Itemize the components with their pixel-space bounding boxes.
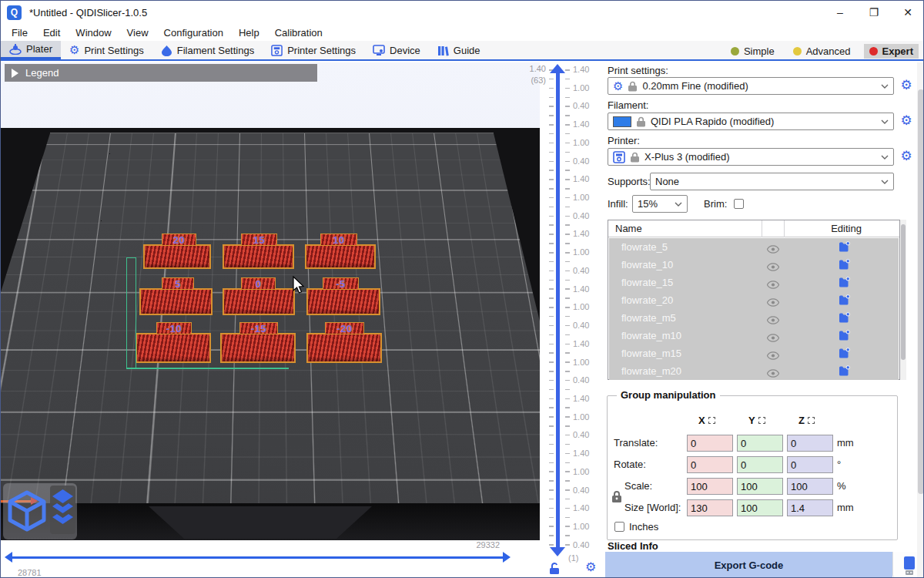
infill-combo[interactable]: 15%	[632, 195, 688, 213]
slider-left-thumb[interactable]	[5, 552, 12, 563]
gm-input-3-y[interactable]	[737, 499, 783, 516]
preview-view-button[interactable]	[50, 486, 75, 534]
printer-combo[interactable]: X-Plus 3 (modified)	[608, 148, 894, 166]
uniform-scale-lock-icon[interactable]	[611, 490, 622, 506]
slider-right-thumb[interactable]	[503, 552, 511, 563]
model-patch-tab--10[interactable]: -10	[156, 322, 192, 334]
export-gcode-button[interactable]: Export G-code	[605, 552, 892, 578]
model-patch-tab--20[interactable]: -20	[325, 322, 364, 334]
model-patch-tab-10[interactable]: 10	[320, 234, 357, 246]
model-patch-tab-0[interactable]: 0	[241, 277, 276, 290]
eye-visibility-icon[interactable]	[767, 243, 779, 257]
gm-input-3-x[interactable]	[687, 499, 733, 516]
filament-combo[interactable]: QIDI PLA Rapido (modified)	[608, 113, 894, 130]
print-settings-combo[interactable]: ⚙ 0.20mm Fine (modified)	[608, 77, 894, 95]
slider-settings-gear-icon[interactable]: ⚙	[585, 561, 596, 573]
layer-slider-lower-thumb[interactable]	[550, 547, 565, 556]
gm-input-1-z[interactable]	[787, 456, 833, 473]
panel-scrollbar-thumb[interactable]	[918, 89, 924, 494]
gm-input-2-y[interactable]	[737, 478, 783, 495]
list-scrollbar[interactable]	[900, 220, 906, 380]
edit-object-icon[interactable]	[839, 365, 850, 379]
object-row-flowrate_15[interactable]: flowrate_15	[609, 274, 899, 291]
panel-scrollbar[interactable]	[917, 62, 924, 578]
minimize-button[interactable]: –	[823, 1, 857, 24]
model-patch-tab--5[interactable]: -5	[323, 277, 359, 290]
menu-edit[interactable]: Edit	[35, 27, 68, 39]
object-row-flowrate_m20[interactable]: flowrate_m20	[609, 362, 899, 380]
maximize-button[interactable]: ❐	[857, 1, 891, 24]
gm-input-2-x[interactable]	[687, 478, 733, 495]
horizontal-slider-track[interactable]	[12, 556, 504, 559]
eye-visibility-icon[interactable]	[767, 260, 779, 274]
print-settings-gear-button[interactable]: ⚙	[899, 78, 914, 93]
model-patch-10[interactable]	[305, 244, 376, 269]
object-row-flowrate_20[interactable]: flowrate_20	[609, 291, 899, 309]
object-row-flowrate_m5[interactable]: flowrate_m5	[609, 309, 899, 327]
model-patch-tab-5[interactable]: 5	[162, 277, 194, 290]
edit-object-icon[interactable]	[839, 294, 850, 308]
tab-filament-settings[interactable]: Filament Settings	[152, 41, 263, 59]
edit-object-icon[interactable]	[839, 241, 850, 255]
eye-visibility-icon[interactable]	[767, 349, 779, 363]
close-button[interactable]: ✕	[891, 1, 924, 24]
supports-combo[interactable]: None	[650, 173, 894, 190]
menu-file[interactable]: File	[4, 27, 35, 39]
inches-checkbox[interactable]	[614, 522, 624, 532]
gm-input-0-x[interactable]	[687, 435, 733, 452]
printer-gear-button[interactable]: ⚙	[899, 149, 914, 164]
gm-input-2-z[interactable]	[787, 478, 833, 495]
mode-expert[interactable]: Expert	[864, 44, 919, 59]
mode-advanced[interactable]: Advanced	[788, 44, 856, 59]
eye-visibility-icon[interactable]	[767, 278, 779, 292]
model-patch-0[interactable]	[223, 288, 295, 315]
mode-simple[interactable]: Simple	[725, 44, 780, 59]
brim-checkbox[interactable]	[734, 199, 744, 209]
model-patch-15[interactable]	[223, 244, 294, 269]
eye-visibility-icon[interactable]	[767, 367, 779, 381]
model-patch-20[interactable]	[143, 244, 211, 269]
object-row-flowrate_m10[interactable]: flowrate_m10	[609, 327, 899, 344]
gm-input-3-z[interactable]	[787, 499, 833, 516]
model-patch--15[interactable]	[220, 333, 296, 363]
model-patch-tab-15[interactable]: 15	[241, 234, 277, 246]
model-patch--10[interactable]	[136, 333, 211, 363]
edit-object-icon[interactable]	[839, 330, 850, 344]
edit-object-icon[interactable]	[839, 259, 850, 273]
legend-collapsed-bar[interactable]: Legend	[5, 64, 317, 82]
edit-object-icon[interactable]	[839, 348, 850, 361]
unlock-icon[interactable]	[549, 562, 560, 578]
model-patch--20[interactable]	[306, 333, 382, 363]
menu-view[interactable]: View	[119, 27, 156, 39]
gm-input-0-z[interactable]	[787, 435, 833, 452]
3d-viewport[interactable]: 20151050-5-10-15-20 Legend	[1, 62, 540, 540]
eye-visibility-icon[interactable]	[767, 331, 779, 345]
edit-object-icon[interactable]	[839, 312, 850, 326]
layer-slider-track[interactable]	[556, 70, 560, 549]
gm-input-0-y[interactable]	[737, 435, 783, 452]
list-scrollbar-thumb[interactable]	[901, 224, 906, 360]
eye-visibility-icon[interactable]	[767, 296, 779, 310]
eye-visibility-icon[interactable]	[767, 314, 779, 328]
filament-gear-button[interactable]: ⚙	[899, 113, 914, 129]
3d-editor-view-button[interactable]	[6, 487, 48, 535]
tab-print-settings[interactable]: ⚙Print Settings	[61, 41, 152, 59]
model-patch-5[interactable]	[139, 288, 213, 315]
model-patch-tab--15[interactable]: -15	[239, 322, 278, 334]
tab-device[interactable]: Device	[364, 41, 429, 59]
layer-slider-upper-thumb[interactable]	[550, 64, 565, 73]
gm-input-1-x[interactable]	[687, 456, 733, 473]
object-row-flowrate_m15[interactable]: flowrate_m15	[609, 344, 899, 362]
model-patch--5[interactable]	[306, 288, 380, 315]
model-patch-tab-20[interactable]: 20	[162, 234, 196, 246]
menu-configuration[interactable]: Configuration	[156, 27, 231, 39]
edit-object-icon[interactable]	[839, 277, 850, 291]
tab-printer-settings[interactable]: Printer Settings	[263, 41, 364, 59]
menu-calibration[interactable]: Calibration	[267, 27, 330, 39]
tab-guide[interactable]: Guide	[429, 41, 489, 59]
object-row-flowrate_10[interactable]: flowrate_10	[609, 256, 899, 274]
gm-input-1-y[interactable]	[737, 456, 783, 473]
menu-help[interactable]: Help	[231, 27, 267, 39]
tab-plater[interactable]: Plater	[1, 41, 61, 59]
object-row-flowrate_5[interactable]: flowrate_5	[609, 238, 899, 256]
